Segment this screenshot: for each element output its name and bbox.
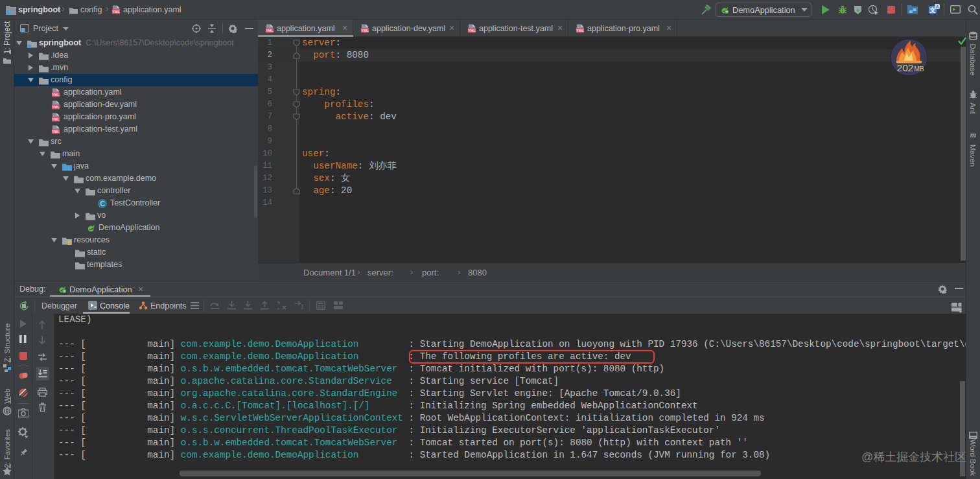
- svg-text:YML: YML: [361, 29, 369, 32]
- svg-text:YML: YML: [468, 29, 476, 32]
- svg-text:m: m: [970, 130, 976, 138]
- svg-text:C: C: [100, 200, 104, 207]
- svg-text:I: I: [300, 304, 304, 310]
- svg-text:YML: YML: [576, 29, 585, 32]
- svg-text:YML: YML: [52, 93, 60, 97]
- svg-text:YML: YML: [52, 130, 60, 134]
- svg-text:MB: MB: [914, 65, 924, 73]
- svg-text:YML: YML: [266, 29, 274, 32]
- svg-text:A: A: [935, 5, 939, 9]
- svg-text:YML: YML: [52, 105, 60, 109]
- svg-text:YML: YML: [52, 117, 60, 121]
- svg-text:YML: YML: [112, 10, 121, 14]
- svg-text:202: 202: [897, 62, 914, 73]
